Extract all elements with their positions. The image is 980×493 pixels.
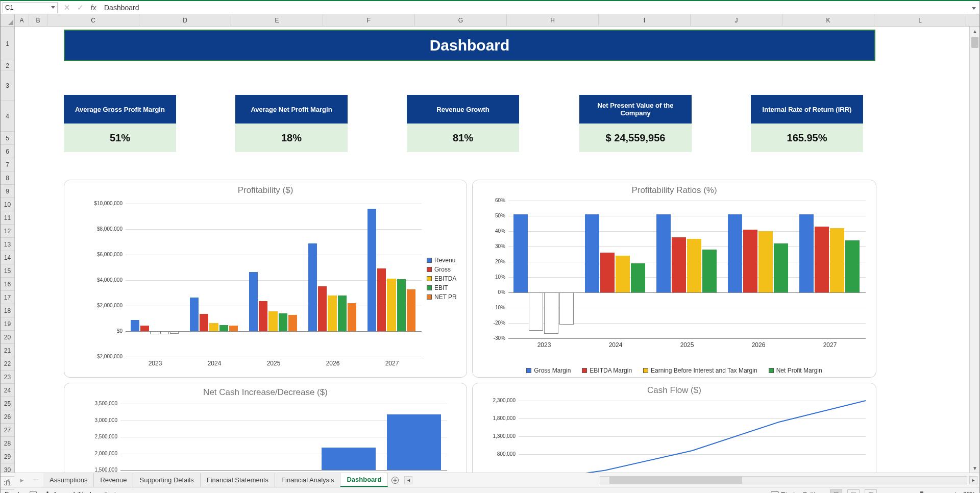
sheet-tab-dashboard[interactable]: Dashboard — [340, 473, 388, 487]
sheet-tab-financial-analysis[interactable]: Financial Analysis — [275, 473, 340, 487]
row-header-11[interactable]: 11 — [1, 211, 14, 225]
column-header-C[interactable]: C — [47, 14, 139, 27]
chart-profitability-ratios[interactable]: Profitability Ratios (%) -30%-20%-10%0%1… — [472, 180, 876, 378]
row-header-14[interactable]: 14 — [1, 251, 14, 264]
view-page-layout-button[interactable]: ▤ — [847, 489, 860, 494]
row-header-15[interactable]: 15 — [1, 264, 14, 278]
kpi-label: Average Gross Profit Margin — [64, 95, 176, 124]
scroll-up-icon[interactable]: ▲ — [970, 27, 980, 36]
chevron-down-icon[interactable] — [51, 6, 55, 9]
row-header-2[interactable]: 2 — [1, 61, 14, 70]
chart-profitability[interactable]: Profitability ($) -$2,000,000$0$2,000,00… — [64, 180, 467, 378]
zoom-in-button[interactable]: + — [953, 490, 958, 494]
x-category-label: 2023 — [126, 360, 185, 367]
scroll-down-icon[interactable]: ▼ — [970, 463, 980, 473]
bar — [328, 295, 336, 331]
row-header-25[interactable]: 25 — [1, 397, 14, 410]
row-header-17[interactable]: 17 — [1, 291, 14, 304]
accept-formula-icon[interactable]: ✓ — [74, 3, 87, 12]
sheet-grid[interactable]: Dashboard Average Gross Profit Margin51%… — [15, 27, 969, 473]
sheet-tab-financial-statements[interactable]: Financial Statements — [201, 473, 275, 487]
column-header-I[interactable]: I — [599, 14, 691, 27]
scroll-left-icon[interactable]: ◄ — [404, 476, 412, 484]
view-page-break-button[interactable]: ▥ — [865, 489, 877, 494]
row-header-5[interactable]: 5 — [1, 132, 14, 145]
cancel-formula-icon[interactable]: ✕ — [60, 3, 74, 12]
bar — [249, 272, 258, 331]
column-header-K[interactable]: K — [782, 14, 874, 27]
row-header-20[interactable]: 20 — [1, 331, 14, 344]
display-settings-button[interactable]: Display Settings — [771, 491, 825, 494]
row-header-13[interactable]: 13 — [1, 238, 14, 251]
scroll-thumb[interactable] — [971, 37, 978, 48]
row-header-4[interactable]: 4 — [1, 101, 14, 132]
bar — [288, 315, 297, 331]
row-header-1[interactable]: 1 — [1, 27, 14, 61]
sheet-tab-assumptions[interactable]: Assumptions — [43, 473, 94, 487]
horizontal-scrollbar[interactable]: ◄ ► — [402, 473, 979, 487]
chart-net-cash[interactable]: Net Cash Increase/Decrease ($) 1,500,000… — [64, 383, 467, 473]
zoom-level[interactable]: 90% — [963, 491, 975, 494]
row-header-27[interactable]: 27 — [1, 424, 14, 437]
vertical-scrollbar[interactable]: ▲ ▼ — [969, 27, 979, 473]
sheet-tabs: ◄ ► ⋯ AssumptionsRevenueSupporting Detai… — [1, 473, 979, 487]
scroll-right-icon[interactable]: ► — [969, 476, 977, 484]
column-header-F[interactable]: F — [323, 14, 415, 27]
view-normal-button[interactable]: ▦ — [830, 489, 842, 494]
column-header-A[interactable]: A — [15, 14, 29, 27]
sheet-tab-revenue[interactable]: Revenue — [94, 473, 133, 487]
zoom-out-button[interactable]: − — [882, 490, 887, 494]
y-tick-label: 0% — [474, 289, 505, 295]
row-header-21[interactable]: 21 — [1, 344, 14, 357]
tab-nav-first-icon[interactable]: ◄ — [5, 477, 11, 483]
formula-input[interactable]: Dashboard — [100, 2, 968, 13]
fx-icon[interactable]: fx — [87, 4, 100, 12]
tab-nav[interactable]: ◄ ► ⋯ — [1, 473, 43, 487]
row-header-12[interactable]: 12 — [1, 225, 14, 238]
tab-nav-last-icon[interactable]: ► — [19, 477, 24, 483]
accessibility-status[interactable]: Accessibility: Investigate — [44, 491, 119, 494]
row-header-23[interactable]: 23 — [1, 371, 14, 384]
bar — [600, 253, 615, 292]
row-header-19[interactable]: 19 — [1, 317, 14, 331]
bar — [743, 230, 757, 292]
select-all-corner[interactable] — [1, 14, 15, 27]
expand-formula-bar-icon[interactable] — [968, 4, 979, 11]
column-header-B[interactable]: B — [29, 14, 47, 27]
chart-title: Profitability ($) — [64, 185, 467, 195]
bar — [259, 301, 267, 331]
chart-cash-flow[interactable]: Cash Flow ($) 800,0001,300,0001,800,0002… — [472, 383, 876, 473]
row-headers: 1234567891011121314151617181920212223242… — [1, 27, 15, 473]
macro-record-icon[interactable] — [30, 491, 37, 494]
bar — [407, 289, 415, 332]
name-box[interactable]: C1 — [3, 2, 58, 13]
row-header-7[interactable]: 7 — [1, 158, 14, 171]
bar — [845, 240, 860, 292]
column-header-J[interactable]: J — [691, 14, 782, 27]
row-header-26[interactable]: 26 — [1, 410, 14, 424]
row-header-3[interactable]: 3 — [1, 70, 14, 101]
row-header-9[interactable]: 9 — [1, 185, 14, 198]
row-header-28[interactable]: 28 — [1, 437, 14, 450]
column-header-G[interactable]: G — [415, 14, 507, 27]
row-header-6[interactable]: 6 — [1, 145, 14, 158]
column-header-L[interactable]: L — [874, 14, 966, 27]
row-header-10[interactable]: 10 — [1, 198, 14, 211]
row-header-22[interactable]: 22 — [1, 357, 14, 371]
column-header-D[interactable]: D — [139, 14, 231, 27]
y-tick-label: 20% — [474, 259, 505, 264]
row-header-16[interactable]: 16 — [1, 278, 14, 291]
sheet-tab-supporting-details[interactable]: Supporting Details — [133, 473, 200, 487]
row-header-29[interactable]: 29 — [1, 450, 14, 463]
bar — [830, 228, 844, 292]
row-header-24[interactable]: 24 — [1, 384, 14, 397]
row-header-18[interactable]: 18 — [1, 304, 14, 317]
x-category-label: 2023 — [508, 341, 580, 349]
column-header-H[interactable]: H — [507, 14, 599, 27]
column-header-E[interactable]: E — [231, 14, 323, 27]
row-header-8[interactable]: 8 — [1, 171, 14, 185]
y-tick-label: 1,500,000 — [86, 467, 117, 473]
new-sheet-button[interactable] — [388, 473, 402, 487]
hscroll-thumb[interactable] — [609, 477, 742, 484]
bar — [672, 237, 686, 292]
